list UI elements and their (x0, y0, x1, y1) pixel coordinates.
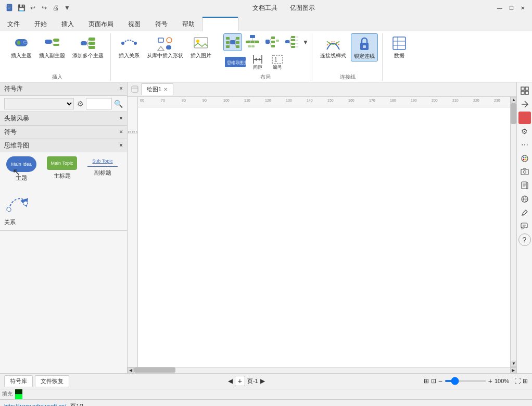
fit-page-icon[interactable]: ⊞ (424, 377, 429, 385)
canvas-tab-close-btn[interactable]: ✕ (163, 87, 168, 92)
mindmap-theme-btn[interactable]: 思维导图主题 (223, 56, 247, 68)
save-icon[interactable]: 💾 (17, 3, 26, 13)
tab-file[interactable]: 文件 (0, 17, 27, 31)
next-page-btn[interactable]: ▶ (260, 377, 265, 385)
right-btn-palette[interactable] (518, 152, 531, 165)
right-btn-photo[interactable] (518, 166, 531, 178)
right-btn-help[interactable]: ? (518, 233, 531, 246)
mindmap-section-close[interactable]: × (119, 142, 123, 149)
window-controls: — ☐ ✕ (496, 4, 527, 12)
symbol-section-header[interactable]: 符号 × (0, 126, 127, 139)
layout-more-btn[interactable]: ▼ (302, 33, 308, 51)
canvas-drawing-area[interactable] (138, 107, 510, 367)
zoom-slider[interactable] (445, 380, 486, 382)
right-btn-more[interactable]: ⋯ (518, 139, 531, 151)
numbering-label: 编号 (273, 65, 282, 70)
add-page-btn[interactable]: + (235, 376, 245, 386)
left-panel-close-btn[interactable]: × (119, 85, 123, 92)
right-btn-share[interactable] (518, 98, 531, 110)
zoom-full-icon[interactable]: ⛶ (514, 377, 521, 385)
mindmap-section-header[interactable]: 思维导图 × (0, 139, 127, 152)
left-panel-settings-icon[interactable]: ⚙ (77, 100, 84, 108)
insert-shape-button[interactable]: 从库中插入形状 (144, 33, 186, 60)
right-btn-edit[interactable] (518, 206, 531, 219)
data-button[interactable]: 数据 (388, 33, 411, 60)
connector-style-button[interactable]: 连接线样式 (318, 33, 349, 60)
color-swatch[interactable] (15, 389, 22, 395)
close-button[interactable]: ✕ (518, 4, 527, 12)
layout-tree-btn[interactable] (243, 33, 262, 51)
minimize-button[interactable]: — (496, 4, 504, 12)
mindmap-section-content: Main Idea ↖ 主题 Main Topic 主标题 Sub Top (0, 152, 127, 186)
layout-fishbone-btn[interactable] (283, 33, 301, 51)
sub-topic-item[interactable]: Sub Topic 副标题 (85, 156, 120, 177)
relation-item[interactable]: 关系 (4, 190, 123, 226)
sub-topic-shape[interactable]: Sub Topic (87, 156, 118, 167)
prev-page-btn[interactable]: ◀ (228, 377, 233, 385)
zoom-out-btn[interactable]: − (438, 377, 442, 385)
insert-subtopic-button[interactable]: 插入副主题 (36, 33, 68, 60)
scrollbar-vertical[interactable]: ▲ ▼ (510, 97, 516, 367)
layout-tree-icon (245, 34, 260, 49)
tab-view[interactable]: 视图 (121, 17, 148, 31)
tab-symbol[interactable]: 符号 (148, 17, 175, 31)
symbol-search-input[interactable] (86, 98, 112, 109)
h-scroll-thumb[interactable] (134, 367, 175, 373)
right-btn-globe[interactable] (518, 193, 531, 205)
scroll-down-btn[interactable]: ▼ (511, 361, 516, 367)
right-btn-grid[interactable] (518, 84, 531, 97)
status-link[interactable]: http://www.edrawsoft.cn/ (4, 403, 66, 406)
zoom-in-btn[interactable]: + (488, 377, 492, 385)
main-idea-item[interactable]: Main Idea ↖ 主题 (4, 156, 39, 182)
scroll-right-btn[interactable]: ▶ (510, 367, 516, 373)
tab-insert[interactable]: 插入 (54, 17, 81, 31)
brainstorm-section-close[interactable]: × (119, 115, 123, 122)
print-icon[interactable]: 🖨 (51, 3, 60, 13)
scroll-thumb[interactable] (511, 103, 516, 124)
canvas-tab-drawing1[interactable]: 绘图1 ✕ (141, 83, 173, 95)
scroll-left-btn[interactable]: ◀ (128, 367, 134, 373)
lock-connector-button[interactable]: 锁定连线 (351, 33, 378, 61)
symbol-search-icon[interactable]: 🔍 (114, 100, 123, 108)
tab-mindmap[interactable]: 思维导图 (202, 17, 238, 31)
main-topic-shape[interactable]: Main Topic (47, 156, 77, 170)
more-quick-icon[interactable]: ▼ (62, 3, 72, 13)
undo-icon[interactable]: ↩ (28, 3, 37, 13)
insert-topic-button[interactable]: 插入主题 (8, 33, 34, 60)
svg-point-19 (121, 42, 124, 45)
symbol-category-dropdown[interactable] (4, 98, 74, 109)
right-panel: ⚙ ⋯ ? (516, 82, 532, 373)
symbol-library-tab[interactable]: 符号库 (4, 375, 33, 387)
symbol-section-close[interactable]: × (119, 128, 123, 136)
layout-mindmap-btn[interactable] (223, 33, 242, 51)
relation-shape[interactable] (4, 190, 30, 216)
main-topic-item[interactable]: Main Topic 主标题 (45, 156, 79, 180)
right-btn-doc[interactable] (518, 179, 531, 192)
status-bar: http://www.edrawsoft.cn/ 页1/1 (0, 399, 532, 406)
svg-text:思维导图主题: 思维导图主题 (226, 60, 246, 65)
main-idea-shape[interactable]: Main Idea (6, 156, 36, 172)
layout-horizontal-btn[interactable] (263, 33, 282, 51)
brainstorm-section-header[interactable]: 头脑风暴 × (0, 112, 127, 125)
numbering-btn[interactable]: 1 编号 (268, 53, 287, 71)
redo-icon[interactable]: ↪ (40, 3, 49, 13)
insert-image-button[interactable]: 插入图片 (188, 33, 214, 60)
scrollbar-horizontal[interactable]: ◀ ▶ (128, 367, 516, 373)
zoom-fit-icon[interactable]: ⊡ (431, 377, 436, 385)
insert-relation-button[interactable]: 插入关系 (116, 33, 142, 60)
file-recover-tab[interactable]: 文件恢复 (35, 375, 69, 387)
tab-home[interactable]: 开始 (27, 17, 54, 31)
page-label: 页-1 (247, 377, 258, 385)
add-multi-topic-button[interactable]: 添加多个主题 (70, 33, 106, 60)
right-btn-chat[interactable] (518, 220, 531, 232)
tab-help[interactable]: 帮助 (175, 17, 202, 31)
right-btn-color[interactable] (518, 112, 531, 124)
spacing-btn[interactable]: 间距 (248, 53, 267, 71)
zoom-actual-icon[interactable]: ⊞ (523, 377, 528, 385)
color-swatch[interactable] (15, 394, 22, 399)
restore-button[interactable]: ☐ (507, 4, 515, 12)
tab-page-layout[interactable]: 页面布局 (81, 17, 121, 31)
right-btn-settings[interactable]: ⚙ (518, 125, 531, 138)
file-icon[interactable] (5, 3, 15, 13)
scroll-up-btn[interactable]: ▲ (511, 97, 516, 103)
